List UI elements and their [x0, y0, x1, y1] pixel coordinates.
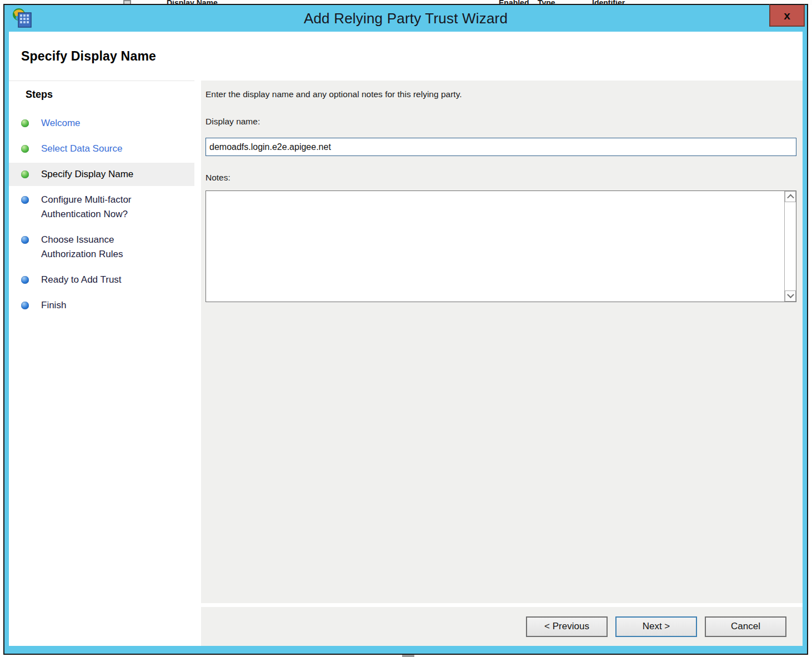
- step-completed-icon: [21, 145, 29, 153]
- bullet-cell: [9, 298, 41, 313]
- bullet-cell: [9, 167, 41, 182]
- close-icon: x: [784, 9, 790, 22]
- adfs-wizard-icon: [11, 8, 32, 28]
- sidebar-item-welcome[interactable]: Welcome: [9, 116, 194, 131]
- step-label: Specify Display Name: [41, 167, 152, 182]
- chevron-up-icon: [787, 194, 794, 201]
- add-relying-party-trust-wizard-dialog: Add Relying Party Trust Wizard x Specify…: [3, 4, 808, 655]
- step-label: Welcome: [41, 116, 152, 131]
- next-button[interactable]: Next >: [615, 616, 697, 637]
- sidebar-item-specify-display-name: Specify Display Name: [9, 163, 194, 186]
- step-label: Choose Issuance Authorization Rules: [41, 233, 152, 262]
- previous-button[interactable]: < Previous: [526, 616, 608, 637]
- sidebar-item-finish: Finish: [9, 298, 194, 313]
- bullet-cell: [9, 116, 41, 131]
- scroll-up-button[interactable]: [785, 191, 796, 202]
- step-current-icon: [21, 170, 29, 178]
- instruction-text: Enter the display name and any optional …: [205, 89, 796, 99]
- titlebar: Add Relying Party Trust Wizard x: [4, 5, 807, 32]
- steps-sidebar: Steps Welcome Select Data Source Specify…: [9, 81, 194, 603]
- button-bar: < Previous Next > Cancel: [201, 607, 803, 646]
- step-label: Finish: [41, 298, 152, 313]
- main-panel: Enter the display name and any optional …: [201, 81, 803, 603]
- bullet-cell: [9, 142, 41, 156]
- bullet-cell: [9, 233, 41, 262]
- step-pending-icon: [21, 276, 29, 284]
- close-button[interactable]: x: [769, 4, 805, 27]
- chevron-down-icon: [787, 291, 794, 298]
- wizard-window-body: Specify Display Name Steps Welcome Selec…: [9, 32, 803, 646]
- bullet-cell: [9, 273, 41, 287]
- display-name-label: Display name:: [205, 117, 796, 127]
- notes-label: Notes:: [205, 173, 796, 183]
- steps-title: Steps: [26, 89, 194, 101]
- sidebar-item-ready-to-add-trust: Ready to Add Trust: [9, 273, 194, 287]
- step-completed-icon: [21, 119, 29, 127]
- steps-list: Welcome Select Data Source Specify Displ…: [9, 116, 194, 313]
- sidebar-divider: [194, 81, 201, 603]
- step-label: Configure Multi-factor Authentication No…: [41, 193, 152, 222]
- content-row: Steps Welcome Select Data Source Specify…: [9, 81, 803, 603]
- scroll-down-button[interactable]: [785, 290, 796, 302]
- cancel-button[interactable]: Cancel: [705, 616, 786, 637]
- window-title: Add Relying Party Trust Wizard: [4, 10, 807, 27]
- step-pending-icon: [21, 302, 29, 309]
- step-label: Select Data Source: [41, 142, 152, 156]
- bullet-cell: [9, 193, 41, 222]
- notes-scrollbar[interactable]: [784, 191, 796, 302]
- notes-field-frame: [205, 190, 796, 302]
- page-header: Specify Display Name: [9, 32, 803, 81]
- sidebar-item-choose-issuance-rules: Choose Issuance Authorization Rules: [9, 233, 194, 262]
- page-title: Specify Display Name: [21, 49, 156, 64]
- step-pending-icon: [21, 196, 29, 204]
- display-name-input[interactable]: [205, 138, 796, 156]
- footer-divider: [201, 603, 803, 607]
- sidebar-item-configure-mfa: Configure Multi-factor Authentication No…: [9, 193, 194, 222]
- notes-textarea[interactable]: [206, 191, 784, 302]
- step-label: Ready to Add Trust: [41, 273, 152, 287]
- sidebar-item-select-data-source[interactable]: Select Data Source: [9, 142, 194, 156]
- step-pending-icon: [21, 236, 29, 244]
